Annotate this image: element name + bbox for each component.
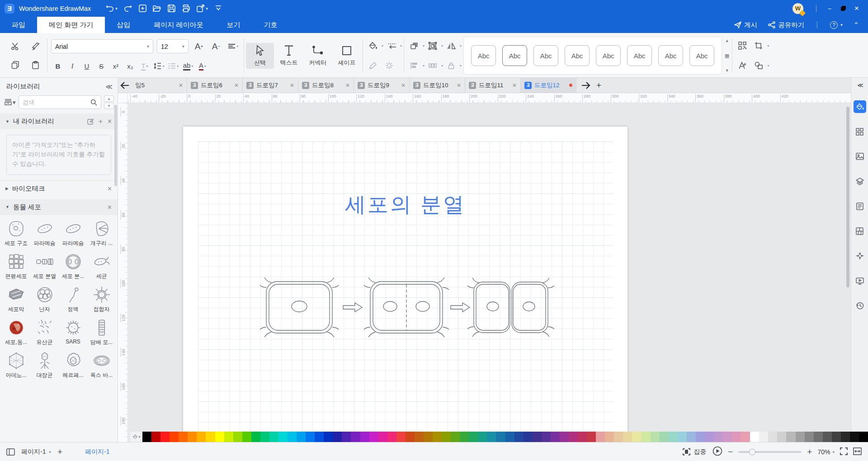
layers-panel-button[interactable] — [854, 175, 866, 188]
account-avatar[interactable]: W — [793, 3, 803, 14]
library-item-19[interactable]: 폭스 바... — [87, 348, 116, 381]
increase-font-button[interactable]: A+ — [192, 41, 206, 52]
color-swatch-57[interactable] — [660, 432, 669, 442]
style-preset-7[interactable]: Abc — [689, 45, 714, 66]
publish-button[interactable]: 게시 — [730, 21, 762, 29]
add-page-button[interactable]: + — [57, 447, 62, 457]
font-family-select[interactable]: Arial▾ — [51, 39, 153, 53]
close-tab-icon[interactable]: ✕ — [290, 82, 294, 89]
text-case-button[interactable]: T▾ — [138, 60, 151, 72]
color-swatch-0[interactable] — [142, 432, 151, 442]
share-button[interactable]: 공유하기 — [764, 21, 809, 29]
library-item-12[interactable]: 세포,동... — [2, 315, 30, 348]
color-swatch-19[interactable] — [315, 432, 324, 442]
color-swatch-59[interactable] — [678, 432, 687, 442]
color-swatch-6[interactable] — [197, 432, 206, 442]
color-swatch-8[interactable] — [215, 432, 224, 442]
center-arrows-panel-button[interactable] — [854, 249, 866, 262]
library-item-11[interactable]: 접합자 — [87, 282, 116, 315]
menu-tab-0[interactable]: 파일 — [0, 17, 37, 33]
color-swatch-39[interactable] — [496, 432, 505, 442]
color-swatch-31[interactable] — [424, 432, 433, 442]
color-swatch-47[interactable] — [569, 432, 578, 442]
next-result-button[interactable]: ▼ — [104, 103, 114, 109]
style-preset-1[interactable]: Abc — [502, 45, 527, 66]
underline-button[interactable]: U — [80, 60, 94, 72]
library-item-3[interactable]: 개구리 ... — [87, 216, 116, 249]
format-panel-button[interactable] — [854, 100, 866, 113]
color-swatch-25[interactable] — [369, 432, 378, 442]
color-swatch-10[interactable] — [233, 432, 242, 442]
export-dropdown-caret[interactable]: ▾ — [206, 6, 210, 11]
menu-tab-4[interactable]: 보기 — [215, 17, 252, 33]
color-swatch-62[interactable] — [705, 432, 714, 442]
close-section-icon[interactable]: ✕ — [107, 204, 112, 211]
color-swatch-55[interactable] — [641, 432, 650, 442]
save-button[interactable] — [165, 3, 177, 14]
color-swatch-75[interactable] — [823, 432, 832, 442]
close-tab-icon[interactable]: ✕ — [179, 82, 183, 89]
select-tool[interactable]: 선택 — [246, 43, 274, 69]
document-tab-7[interactable]: Ǝ드로잉11✕ — [465, 78, 521, 93]
document-tab-2[interactable]: Ǝ드로잉6✕ — [187, 78, 243, 93]
prev-result-button[interactable]: ▲ — [104, 95, 114, 102]
help-button[interactable]: ?▾ — [826, 21, 847, 29]
print-button[interactable] — [180, 3, 192, 14]
color-swatch-5[interactable] — [188, 432, 197, 442]
paste-button[interactable] — [27, 58, 43, 72]
palette-fill-button[interactable]: ▾ — [130, 432, 142, 442]
library-drawer-button[interactable]: ▾ — [5, 99, 16, 106]
fullscreen-button[interactable] — [840, 447, 848, 456]
color-swatch-17[interactable] — [297, 432, 306, 442]
effects-button[interactable] — [381, 59, 397, 72]
align-objects-button[interactable] — [406, 59, 422, 72]
minimize-button[interactable]: – — [823, 3, 836, 14]
library-item-7[interactable]: 세균 — [87, 249, 116, 282]
color-swatch-4[interactable] — [179, 432, 188, 442]
bold-button[interactable]: B — [51, 60, 65, 72]
color-swatch-30[interactable] — [415, 432, 424, 442]
color-swatch-54[interactable] — [632, 432, 641, 442]
cell-3-shape[interactable] — [467, 278, 554, 337]
color-swatch-50[interactable] — [596, 432, 605, 442]
color-swatch-58[interactable] — [669, 432, 678, 442]
library-item-2[interactable]: 파라메슘 — [59, 216, 87, 249]
zoom-level-select[interactable]: 70%▾ — [817, 448, 835, 456]
fit-width-button[interactable] — [853, 447, 862, 456]
open-file-button[interactable] — [151, 3, 163, 14]
color-swatch-23[interactable] — [351, 432, 360, 442]
italic-button[interactable]: I — [66, 60, 79, 72]
style-preset-5[interactable]: Abc — [627, 45, 652, 66]
close-section-icon[interactable]: ✕ — [107, 118, 112, 125]
zoom-slider-knob[interactable] — [749, 449, 755, 455]
import-library-icon[interactable] — [87, 118, 94, 125]
highlight-button[interactable]: ab▾ — [181, 60, 195, 72]
document-tab-4[interactable]: Ǝ드로잉8✕ — [298, 78, 354, 93]
color-swatch-37[interactable] — [478, 432, 487, 442]
export-button[interactable] — [194, 3, 206, 14]
page-selector[interactable]: 페이지-1▾ — [21, 448, 51, 456]
color-swatch-49[interactable] — [587, 432, 596, 442]
library-item-1[interactable]: 파라메슘 — [30, 216, 59, 249]
library-item-18[interactable]: 헤르페... — [59, 348, 87, 381]
drawing-page[interactable]: 세포의 분열 — [183, 127, 627, 442]
color-swatch-26[interactable] — [378, 432, 387, 442]
color-swatch-42[interactable] — [524, 432, 533, 442]
superscript-button[interactable]: x² — [109, 60, 123, 72]
menu-tab-5[interactable]: 기호 — [252, 17, 289, 33]
color-swatch-2[interactable] — [160, 432, 170, 442]
section-biotech[interactable]: ▶ 바이오테크 ✕ — [0, 180, 118, 197]
crop-button[interactable] — [750, 39, 767, 52]
document-tab-5[interactable]: Ǝ드로잉9✕ — [354, 78, 410, 93]
shape-style-button[interactable] — [750, 59, 767, 72]
color-swatch-61[interactable] — [696, 432, 705, 442]
presentation-play-button[interactable] — [712, 446, 722, 457]
restore-button[interactable] — [836, 3, 850, 14]
flip-button[interactable] — [443, 39, 459, 52]
distribute-button[interactable] — [425, 59, 441, 72]
color-swatch-48[interactable] — [578, 432, 587, 442]
library-item-17[interactable]: 대장균 — [30, 348, 59, 381]
font-color-button[interactable]: A▾ — [196, 60, 209, 72]
color-swatch-33[interactable] — [442, 432, 451, 442]
add-library-icon[interactable]: + — [99, 118, 103, 126]
